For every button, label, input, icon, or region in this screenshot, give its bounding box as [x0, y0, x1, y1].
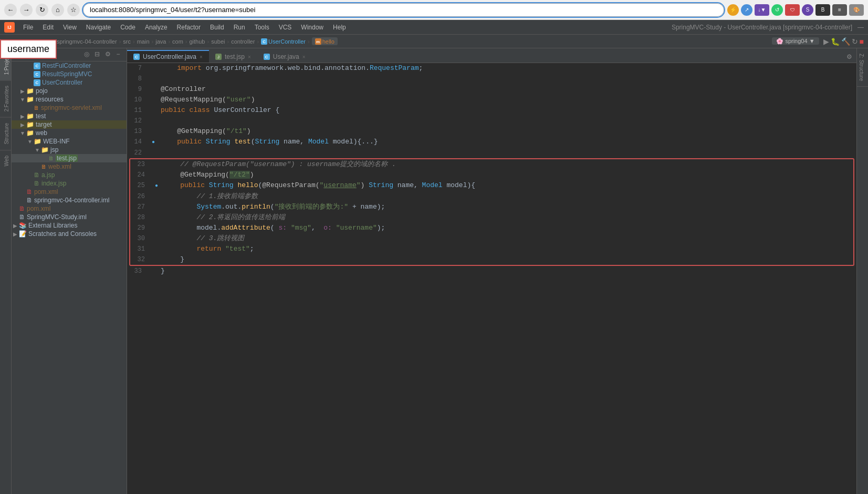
extension-btn-3[interactable]: ↓▼ — [755, 4, 769, 16]
tree-item-external-libraries[interactable]: ▶ 📚 External Libraries — [12, 221, 127, 230]
folder-icon: 📁 — [26, 87, 34, 95]
tree-item-pojo[interactable]: ▶ 📁 pojo — [12, 87, 127, 95]
extension-btn-8[interactable]: ≡ — [832, 4, 847, 16]
tab-user-java[interactable]: C User.java × — [257, 50, 312, 63]
code-line-24: 24 @GetMapping("/t2") — [130, 170, 853, 180]
side-tab-web[interactable]: Web — [0, 150, 11, 171]
refresh-button[interactable]: ↻ — [852, 37, 858, 46]
menu-run[interactable]: Run — [229, 23, 249, 32]
home-button[interactable]: ⌂ — [51, 4, 64, 16]
tree-item-iml[interactable]: 🗎 springmvc-04-controller.iml — [12, 196, 127, 204]
breadcrumb-java[interactable]: java — [155, 38, 166, 45]
tree-settings-icon[interactable]: ⚙ — [103, 50, 112, 59]
tree-item-pom-root[interactable]: 🗎 pom.xml — [12, 204, 127, 213]
menu-build[interactable]: Build — [206, 23, 228, 32]
tree-item-resources[interactable]: ▼ 📁 resources — [12, 95, 127, 104]
tree-item-target[interactable]: ▶ 📁 target — [12, 120, 127, 129]
tab-close-btn[interactable]: × — [302, 54, 306, 60]
tree-label: pom.xml — [34, 188, 58, 195]
menu-code[interactable]: Code — [116, 23, 140, 32]
tree-item-jsp-folder[interactable]: ▼ 📁 jsp — [12, 146, 127, 154]
run-config-dropdown[interactable]: 🌸 spring04 ▼ — [772, 38, 819, 45]
java-class-icon: C — [133, 54, 140, 60]
menu-analyze[interactable]: Analyze — [141, 23, 172, 32]
tree-close-icon[interactable]: − — [114, 50, 122, 59]
menu-vcs[interactable]: VCS — [275, 23, 296, 32]
build-button[interactable]: 🔨 — [841, 37, 850, 46]
tree-label: web — [36, 129, 47, 137]
pom-icon: 🗎 — [26, 188, 33, 195]
back-button[interactable]: ← — [4, 4, 17, 16]
breadcrumb-com[interactable]: com — [172, 38, 183, 45]
menu-tools[interactable]: Tools — [250, 23, 274, 32]
tree-item-study-iml[interactable]: 🗎 SpringMVC-Study.iml — [12, 213, 127, 221]
line-code: // 1.接收前端参数 — [162, 191, 853, 202]
tree-item-springmvc-servlet[interactable]: 🗎 springmvc-servlet.xml — [12, 104, 127, 112]
tree-collapse-icon[interactable]: ⊟ — [93, 50, 101, 59]
tab-usercontroller[interactable]: C UserController.java × — [127, 50, 209, 63]
tree-locate-icon[interactable]: ◎ — [82, 50, 91, 59]
side-tab-structure[interactable]: Structure — [0, 117, 11, 150]
editor-settings-icon[interactable]: ⚙ — [842, 51, 856, 63]
tree-item-web-xml[interactable]: 🗎 web.xml — [12, 162, 127, 171]
extension-btn-4[interactable]: ↺ — [771, 4, 783, 16]
tree-item-index-jsp[interactable]: 🗎 index.jsp — [12, 179, 127, 188]
tree-item-web[interactable]: ▼ 📁 web — [12, 129, 127, 137]
stop-button[interactable]: ■ — [860, 37, 864, 46]
forward-button[interactable]: → — [20, 4, 33, 16]
tab-testjsp[interactable]: J test.jsp × — [209, 50, 257, 63]
extension-btn-5[interactable]: 🛡 — [785, 4, 800, 16]
menu-refactor[interactable]: Refactor — [173, 23, 205, 32]
breadcrumb-module[interactable]: springmvc-04-controller — [57, 38, 117, 45]
tree-item-resultspringmvc[interactable]: C ResultSpringMVC — [12, 70, 127, 78]
run-button[interactable]: ▶ — [823, 37, 829, 46]
line-code: @Controller — [159, 84, 856, 95]
reload-button[interactable]: ↻ — [36, 4, 48, 16]
tree-item-webinf[interactable]: ▼ 📁 WEB-INF — [12, 137, 127, 146]
url-bar[interactable] — [83, 3, 724, 17]
tab-close-btn[interactable]: × — [248, 54, 251, 60]
breadcrumb-github[interactable]: github — [190, 38, 205, 45]
line-number: 8 — [127, 74, 148, 84]
line-code: // 3.跳转视图 — [162, 233, 853, 244]
menu-window[interactable]: Window — [297, 23, 328, 32]
bookmark-button[interactable]: ☆ — [67, 4, 80, 16]
tree-item-restfulcontroller[interactable]: C RestFulController — [12, 61, 127, 70]
breadcrumb-src[interactable]: src — [123, 38, 131, 45]
tab-close-btn[interactable]: × — [200, 54, 203, 60]
tree-item-pom-module[interactable]: 🗎 pom.xml — [12, 188, 127, 196]
menu-navigate[interactable]: Navigate — [82, 23, 115, 32]
side-tab-favorites[interactable]: 2:Favorites — [0, 80, 11, 117]
ide-minimize[interactable]: — — [857, 24, 864, 31]
extension-btn-6[interactable]: S — [802, 4, 813, 16]
breadcrumb-method[interactable]: m hello — [312, 37, 338, 46]
breadcrumb-bar: SpringMVC-Study › springmvc-04-controlle… — [0, 35, 868, 48]
menu-help[interactable]: Help — [329, 23, 350, 32]
class-icon: C — [34, 71, 40, 78]
browser-bar: ← → ↻ ⌂ ☆ ⚡ ↗ ↓▼ ↺ 🛡 S B ≡ 🎨 — [0, 0, 868, 20]
extension-btn-1[interactable]: ⚡ — [727, 4, 739, 16]
extension-btn-9[interactable]: 🎨 — [849, 4, 864, 16]
breadcrumb-class[interactable]: C UserController — [261, 38, 306, 45]
menu-edit[interactable]: Edit — [38, 23, 58, 32]
tree-item-test[interactable]: ▶ 📁 test — [12, 112, 127, 120]
tree-item-usercontroller[interactable]: C UserController — [12, 78, 127, 87]
debug-button[interactable]: 🐛 — [831, 37, 840, 46]
menu-view[interactable]: View — [59, 23, 81, 32]
breadcrumb-main[interactable]: main — [137, 38, 150, 45]
tree-arrow: ▼ — [19, 97, 26, 102]
right-tab-z-structure[interactable]: Z: Structure — [857, 48, 868, 87]
extension-btn-2[interactable]: ↗ — [741, 4, 752, 16]
breadcrumb-controller[interactable]: controller — [231, 38, 255, 45]
line-number: 10 — [127, 95, 148, 105]
extension-btn-7[interactable]: B — [815, 4, 830, 16]
code-line-27: 27 System.out.println("接收到前端的参数为:" + nam… — [130, 202, 853, 212]
tree-item-scratches[interactable]: ▶ 📝 Scratches and Consoles — [12, 230, 127, 238]
folder-icon: 📁 — [26, 96, 34, 103]
menu-file[interactable]: File — [19, 23, 37, 32]
line-code: model.addAttribute( s: "msg", o: "userna… — [162, 223, 853, 233]
tree-item-test-jsp[interactable]: 🗎 test.jsp — [12, 154, 127, 162]
breadcrumb-subei[interactable]: subei — [211, 38, 225, 45]
code-content[interactable]: 7 import org.springframework.web.bind.an… — [127, 63, 856, 494]
tree-item-a-jsp[interactable]: 🗎 a.jsp — [12, 171, 127, 179]
